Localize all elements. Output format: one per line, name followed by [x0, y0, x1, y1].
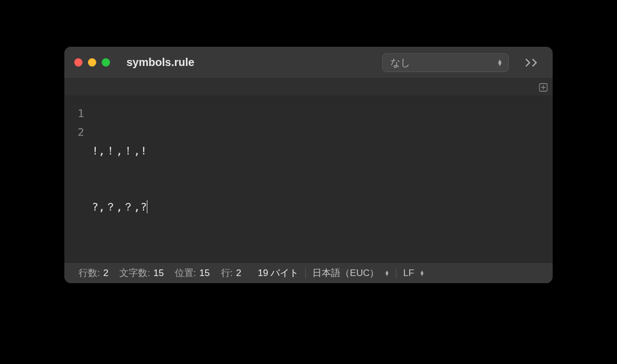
status-divider [305, 268, 306, 279]
line-number: 2 [64, 123, 84, 141]
status-bar: 行数: 2 文字数: 15 位置: 15 行: 2 19 バイト 日本語（EUC… [64, 262, 553, 283]
tab-bar [64, 79, 553, 96]
text-editor[interactable]: 1 2 !,！,！,! ?,？,？,? [64, 96, 553, 262]
chevron-updown-icon: ▲ ▼ [420, 271, 425, 276]
status-lines-label: 行数: [79, 267, 100, 279]
zoom-window-button[interactable] [102, 58, 110, 67]
status-divider [396, 268, 396, 279]
titlebar[interactable]: symbols.rule なし ▲ ▼ [64, 47, 553, 79]
status-line-value: 2 [236, 268, 241, 279]
status-position-value: 15 [200, 268, 210, 279]
new-tab-button[interactable] [538, 82, 548, 92]
encoding-selector[interactable]: 日本語（EUC） ▲ ▼ [307, 267, 395, 279]
traffic-lights [74, 58, 110, 67]
close-window-button[interactable] [74, 58, 82, 67]
status-chars: 文字数: 15 [114, 267, 169, 279]
editor-window: symbols.rule なし ▲ ▼ 1 [64, 47, 553, 283]
line-ending-selector[interactable]: LF ▲ ▼ [398, 268, 430, 279]
status-bytes: 19 バイト [252, 267, 305, 279]
status-lines: 行数: 2 [73, 267, 114, 279]
status-position: 位置: 15 [169, 267, 216, 279]
minimize-window-button[interactable] [88, 58, 96, 67]
status-bytes-value: 19 バイト [258, 267, 299, 279]
status-line-label: 行: [221, 267, 233, 279]
status-chars-label: 文字数: [119, 267, 150, 279]
code-content[interactable]: !,！,！,! ?,？,？,? [92, 104, 553, 262]
syntax-mode-selector[interactable]: なし ▲ ▼ [382, 53, 509, 72]
chevron-updown-icon: ▲ ▼ [497, 59, 503, 66]
status-line: 行: 2 [216, 267, 247, 279]
status-chars-value: 15 [153, 268, 164, 279]
line-number: 1 [64, 104, 84, 123]
syntax-mode-label: なし [390, 56, 410, 69]
text-cursor [147, 200, 147, 213]
line-ending-label: LF [403, 268, 414, 279]
toolbar-overflow-button[interactable] [525, 56, 538, 70]
code-line: ?,？,？,? [92, 197, 553, 216]
status-lines-value: 2 [103, 268, 108, 279]
status-position-label: 位置: [175, 267, 196, 279]
line-number-gutter: 1 2 [64, 104, 92, 262]
encoding-label: 日本語（EUC） [312, 267, 379, 279]
code-line: !,！,！,! [92, 141, 553, 160]
window-title: symbols.rule [126, 56, 194, 69]
chevron-updown-icon: ▲ ▼ [384, 271, 389, 276]
